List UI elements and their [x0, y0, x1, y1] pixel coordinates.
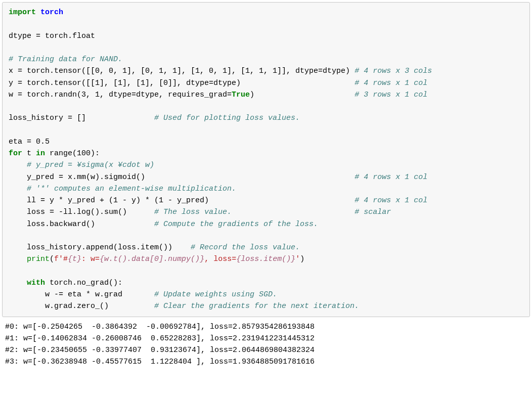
fstring: f'# — [54, 255, 68, 263]
comment: # 4 rows x 1 col — [354, 196, 427, 205]
comment: # Record the loss value. — [191, 243, 300, 252]
output-line: #2: w=[-0.23450655 -0.33977407 0.9312367… — [5, 346, 315, 354]
fstring-expr: {loss.item()} — [236, 255, 295, 263]
module-torch: torch — [40, 8, 63, 17]
code-line: eta = 0.5 — [9, 138, 50, 146]
code-line: w.grad.zero_() — [9, 302, 154, 311]
code-line: loss = -ll.log().sum() — [9, 208, 154, 216]
output-block: #0: w=[-0.2504265 -0.3864392 -0.00692784… — [2, 320, 530, 369]
fstring: ' — [295, 255, 300, 263]
keyword-for: for — [9, 149, 22, 158]
comment: # Clear the gradients for the next itera… — [154, 302, 359, 311]
fstring-expr: {w.t().data[0].numpy()} — [100, 255, 204, 263]
comment: # Training data for NAND. — [9, 55, 122, 64]
code-line: dtype = torch.float — [9, 32, 95, 40]
keyword-in: in — [36, 149, 45, 158]
literal-true: True — [232, 91, 250, 99]
code-line: ) — [250, 91, 354, 99]
fstring-expr: {t} — [68, 255, 81, 263]
builtin-print: print — [27, 255, 50, 263]
comment: # Used for plotting loss values. — [154, 114, 300, 122]
code-indent — [9, 255, 27, 263]
code-line: t — [22, 149, 36, 158]
code-line: loss_history.append(loss.item()) — [9, 243, 191, 252]
code-line: x = torch.tensor([[0, 0, 1], [0, 1, 1], … — [9, 67, 354, 75]
paren: ) — [300, 255, 304, 263]
output-line: #1: w=[-0.14062834 -0.26008746 0.6522828… — [5, 334, 315, 343]
keyword-import: import — [9, 8, 36, 17]
fstring: : w= — [81, 255, 100, 263]
code-indent — [9, 279, 27, 287]
paren: ( — [50, 255, 54, 263]
comment: # Compute the gradients of the loss. — [154, 220, 318, 229]
code-line: y_pred = x.mm(w).sigmoid() — [9, 173, 354, 182]
comment: # 3 rows x 1 col — [354, 91, 427, 99]
code-line: range(100): — [45, 149, 100, 158]
code-line: torch.no_grad(): — [45, 279, 122, 287]
keyword-with: with — [27, 279, 45, 287]
comment: # 4 rows x 1 col — [354, 173, 427, 182]
code-cell: import torch dtype = torch.float # Train… — [2, 2, 530, 317]
comment: # scalar — [354, 208, 391, 216]
comment: # '*' computes an element-wise multiplic… — [9, 185, 236, 193]
output-line: #3: w=[-0.36238948 -0.45577615 1.1228404… — [5, 358, 315, 366]
comment: # Update weights using SGD. — [154, 290, 277, 299]
comment: # 4 rows x 3 cols — [354, 67, 432, 75]
code-line: w = torch.randn(3, 1, dtype=dtype, requi… — [9, 91, 232, 99]
comment: # The loss value. — [154, 208, 232, 216]
comment: # 4 rows x 1 col — [354, 79, 427, 87]
code-line — [232, 208, 354, 216]
code-line: loss_history = [] — [9, 114, 154, 122]
fstring: , loss= — [204, 255, 236, 263]
code-line: y = torch.tensor([[1], [1], [1], [0]], d… — [9, 79, 354, 87]
code-line: ll = y * y_pred + (1 - y) * (1 - y_pred) — [9, 196, 354, 205]
code-line: w -= eta * w.grad — [9, 290, 154, 299]
output-line: #0: w=[-0.2504265 -0.3864392 -0.00692784… — [5, 323, 315, 331]
comment: # y_pred = ¥sigma(x ¥cdot w) — [9, 161, 154, 169]
code-line: loss.backward() — [9, 220, 154, 229]
